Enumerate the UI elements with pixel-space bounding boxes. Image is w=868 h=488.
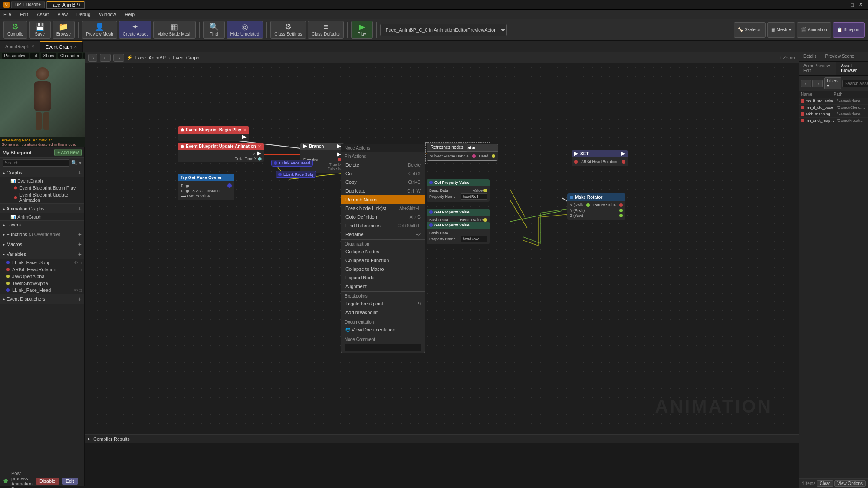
subject-frame-pin[interactable] <box>472 154 476 158</box>
show-btn[interactable]: Show <box>41 53 56 59</box>
add-new-button[interactable]: + Add New <box>54 149 82 156</box>
tab-event-graph[interactable]: Event Graph ✕ <box>40 41 83 52</box>
ctx-refresh-nodes[interactable]: Refresh Nodes <box>341 195 425 204</box>
asset-row-2[interactable]: mh_if_std_pose /Game/iClone/... <box>799 105 868 111</box>
event-graph-item[interactable]: 📊 EventGraph <box>0 177 84 184</box>
gp-in-pin-1[interactable] <box>429 181 433 184</box>
node-set[interactable]: SET ARKit Head Rotation <box>572 150 628 166</box>
window-tab-2[interactable]: Face_AnimBP+ <box>46 1 85 9</box>
ctx-add-bp[interactable]: Add breakpoint <box>341 308 425 317</box>
ctx-expand-node[interactable]: Expand Node <box>341 273 425 282</box>
clear-button[interactable]: Clear <box>817 480 833 487</box>
menu-asset[interactable]: Asset <box>35 11 51 18</box>
ctx-cut[interactable]: CutCtrl+X <box>341 169 425 178</box>
ctx-view-docs[interactable]: 🌐View Documentation <box>341 325 425 334</box>
character-btn[interactable]: Character <box>58 53 82 59</box>
exec-pin-update[interactable] <box>257 151 261 156</box>
var-box-icon-3[interactable]: □ <box>79 288 82 293</box>
anim-graph-item[interactable]: 📊 AnimGraph <box>0 213 84 220</box>
node-branch[interactable]: Branch Condition True ▷ False ▷ <box>300 143 344 173</box>
asset-browser-tab[interactable]: Asset Browser <box>836 62 868 75</box>
var-llink-face-head[interactable]: LLink_Face_Head 👁 □ <box>0 287 84 294</box>
menu-edit[interactable]: Edit <box>18 11 30 18</box>
filter-icon[interactable]: ▾ <box>79 160 82 166</box>
menu-window[interactable]: Window <box>97 11 118 18</box>
ctx-toggle-bp[interactable]: Toggle breakpointF9 <box>341 299 425 308</box>
ret-val-pin[interactable] <box>619 203 623 207</box>
add-function-btn[interactable]: + <box>78 231 82 238</box>
disable-button[interactable]: Disable <box>36 478 59 485</box>
set-in-pin[interactable] <box>574 160 578 164</box>
head-pin-out[interactable] <box>492 154 495 158</box>
ctx-rename[interactable]: RenameF2 <box>341 230 425 239</box>
compile-button[interactable]: ⚙ Compile <box>3 21 27 39</box>
var-box-icon[interactable]: □ <box>79 260 82 265</box>
maximize-btn[interactable]: □ <box>849 2 855 7</box>
menu-view[interactable]: View <box>56 11 69 18</box>
ctx-collapse-macro[interactable]: Collapse to Macro <box>341 265 425 273</box>
menu-help[interactable]: Help <box>123 11 136 18</box>
ctx-break-links[interactable]: Break Node Link(s)Alt+Shift+L <box>341 204 425 213</box>
mesh-button[interactable]: ▦Mesh▾ <box>767 22 795 38</box>
breadcrumb-back-btn[interactable]: ← <box>100 54 111 62</box>
breadcrumb-forward-btn[interactable]: → <box>113 54 124 62</box>
lod-btn[interactable]: LOD <box>83 53 85 59</box>
node-get-property-1[interactable]: Get Property Value Basic Data Value Prop… <box>427 179 490 202</box>
close-btn[interactable]: ✕ <box>857 2 865 7</box>
asset-row-4[interactable]: mh_arkit_mapping_pose /Game/Metah... <box>799 118 868 124</box>
add-dispatcher-btn[interactable]: + <box>78 295 82 302</box>
view-options-button[interactable]: View Options <box>834 480 866 487</box>
ctx-collapse-nodes[interactable]: Collapse Nodes <box>341 247 425 256</box>
roll-pin[interactable] <box>586 203 590 207</box>
var-jaw-open-alpha[interactable]: JawOpenAlpha <box>0 273 84 280</box>
edit-button[interactable]: Edit <box>62 478 78 485</box>
make-rot-in-pin[interactable] <box>570 196 573 199</box>
target-pin[interactable] <box>227 183 232 188</box>
filters-btn[interactable]: Filters ▾ <box>824 77 841 89</box>
skeleton-button[interactable]: 🦴Skeleton <box>734 22 766 38</box>
gp-in-pin-2[interactable] <box>429 210 433 214</box>
hide-unrelated-button[interactable]: ◎ Hide Unrelated <box>227 21 263 39</box>
gp-in-pin-3[interactable] <box>429 223 433 227</box>
branch-exec-in[interactable] <box>303 144 307 149</box>
asset-row-3[interactable]: arkit_mapping_anim /Game/iClone/Metah... <box>799 111 868 118</box>
minimize-btn[interactable]: ─ <box>841 2 848 7</box>
ctx-delete[interactable]: DeleteDelete <box>341 160 425 169</box>
var-eye-icon[interactable]: 👁 <box>74 260 78 265</box>
event-begin-play-item[interactable]: ⬟ Event Blueprint Begin Play <box>0 184 84 191</box>
yaw-pin[interactable] <box>619 214 623 217</box>
event-update-anim-item[interactable]: ⬟ Event Blueprint Update Animation <box>0 191 84 203</box>
llink-head-pin-out[interactable] <box>274 161 277 165</box>
add-variable-btn[interactable]: + <box>78 251 82 258</box>
node-event-begin-play[interactable]: ⬟ Event Blueprint Begin Play ✕ <box>178 126 249 141</box>
menu-file[interactable]: File <box>2 11 13 18</box>
breadcrumb-bp-name[interactable]: Face_AnimBP <box>135 55 166 60</box>
add-anim-graph-btn[interactable]: + <box>78 205 82 212</box>
gp-value-pin-2[interactable] <box>483 218 487 222</box>
asset-nav-back-btn[interactable]: ← <box>801 80 811 87</box>
var-arkit-head-rotation[interactable]: ARKit_HeadRotation □ <box>0 266 84 273</box>
llink-subj-pin-out[interactable] <box>278 173 282 176</box>
asset-nav-forward-btn[interactable]: → <box>812 80 823 87</box>
ctx-collapse-function[interactable]: Collapse to Function <box>341 256 425 265</box>
perspective-btn[interactable]: Perspective <box>2 53 29 59</box>
ctx-goto-definition[interactable]: Goto DefinitionAlt+G <box>341 213 425 221</box>
node-event-update-anim[interactable]: ⬟ Event Blueprint Update Animation ✕ ▷ D… <box>178 143 264 162</box>
deltatime-pin[interactable] <box>257 157 262 161</box>
debug-filter-select[interactable]: Face_AnimBP_C_0 in AnimationEditorPrevie… <box>380 24 507 36</box>
asset-row-1[interactable]: mh_if_std_anim /Game/iClone/... <box>799 98 868 105</box>
find-button[interactable]: 🔍 Find <box>203 21 225 39</box>
node-try-get-pose-owner[interactable]: Try Get Pose Owner Target Target & Asset… <box>178 174 234 200</box>
node-llink-face-head[interactable]: LLink Face Head <box>271 160 313 167</box>
var-box-icon-2[interactable]: □ <box>79 267 82 272</box>
save-button[interactable]: 💾 Save <box>29 21 51 39</box>
window-tab-1[interactable]: BP_Hudson+ <box>11 1 45 8</box>
play-button[interactable]: ▶ Play <box>351 21 373 39</box>
add-macro-btn[interactable]: + <box>78 241 82 248</box>
anim-preview-edit-tab[interactable]: Anim Preview Edit <box>799 62 836 75</box>
set-exec-in[interactable] <box>574 152 579 156</box>
node-llink-face-subj-var[interactable]: LLink Face Subj <box>276 171 316 178</box>
search-input[interactable] <box>3 159 69 167</box>
property-name-input-3[interactable] <box>461 236 487 242</box>
animation-button[interactable]: 🎬Animation <box>797 22 831 38</box>
